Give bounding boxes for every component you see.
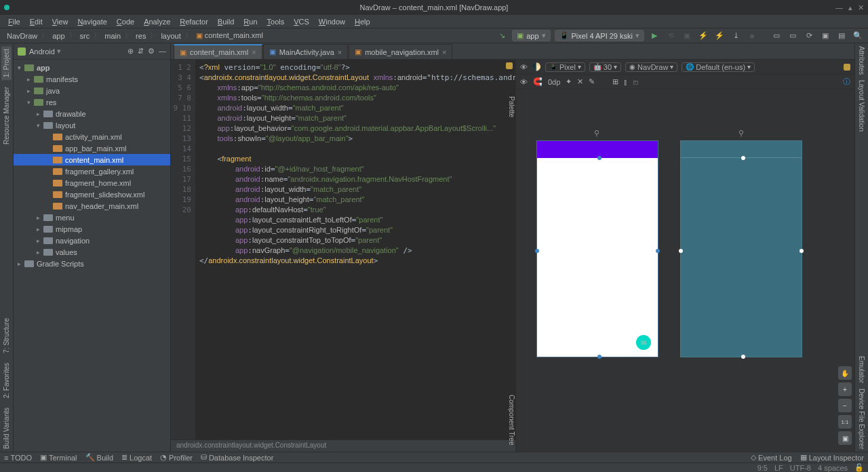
pencil-icon[interactable]: ✎	[589, 77, 595, 86]
zoom-reset-icon[interactable]: ▣	[838, 431, 852, 445]
tab-layout-inspector[interactable]: ▦ Layout Inspector	[800, 453, 864, 462]
zoom-out-icon[interactable]: −	[838, 399, 852, 412]
tree-node[interactable]: ▸menu	[14, 212, 170, 223]
menu-view[interactable]: View	[48, 16, 73, 27]
tab-event-log[interactable]: ◇ Event Log	[751, 453, 792, 462]
menu-analyze[interactable]: Analyze	[140, 16, 174, 27]
tree-node[interactable]: nav_header_main.xml	[14, 200, 170, 212]
menu-help[interactable]: Help	[351, 16, 374, 27]
design-warning-icon[interactable]	[844, 64, 850, 71]
tree-node[interactable]: ▸values	[14, 246, 170, 258]
tab-logcat[interactable]: ≣ Logcat	[121, 453, 152, 462]
align-icon[interactable]: ⊞	[612, 77, 618, 86]
menu-file[interactable]: File	[4, 16, 24, 27]
handle-right[interactable]	[656, 249, 660, 253]
theme-picker[interactable]: ◉ NavDraw ▾	[625, 62, 677, 72]
blueprint-preview[interactable]	[680, 140, 802, 357]
tree-node[interactable]: ▾app	[14, 62, 170, 73]
lock-icon[interactable]: 🔓	[854, 463, 864, 472]
tab-attributes[interactable]: Attributes	[856, 43, 867, 77]
eye-icon[interactable]: 👁	[520, 78, 528, 86]
handle-bottom[interactable]	[597, 355, 601, 359]
guideline-icon[interactable]: ⫿	[624, 78, 628, 86]
indent[interactable]: 4 spaces	[818, 464, 848, 472]
tab-database[interactable]: ⛁ Database Inspector	[201, 453, 273, 462]
editor-tab[interactable]: ▣content_main.xml ×	[174, 44, 262, 59]
code-content[interactable]: <?xml version="1.0" encoding="utf-8"?> <…	[195, 60, 515, 439]
attach-debugger-icon[interactable]: ⤓	[730, 30, 742, 42]
debug-icon[interactable]: ⟲	[665, 30, 677, 42]
maximize-icon[interactable]: ▴	[848, 3, 852, 12]
tab-build[interactable]: 🔨 Build	[85, 453, 113, 462]
default-margin[interactable]: 0dp	[548, 78, 560, 86]
breadcrumb-item[interactable]: layout	[158, 32, 183, 40]
avd-icon[interactable]: ▭	[770, 30, 783, 42]
tree-node[interactable]: content_main.xml	[14, 154, 170, 165]
tree-node[interactable]: ▸java	[14, 85, 170, 96]
tree-node[interactable]: ▾layout	[14, 119, 170, 131]
editor-tab[interactable]: ▣MainActivity.java ×	[263, 44, 349, 59]
tree-node[interactable]: app_bar_main.xml	[14, 142, 170, 154]
run-icon[interactable]: ▶	[648, 30, 660, 42]
design-preview[interactable]: ✉	[536, 140, 658, 357]
breadcrumb-item[interactable]: app	[50, 32, 67, 40]
handle-right[interactable]	[800, 249, 804, 253]
tab-favorites[interactable]: 2: Favorites	[1, 360, 12, 401]
breadcrumb-item[interactable]: NavDraw	[4, 32, 40, 40]
pan-icon[interactable]: ✋	[838, 366, 852, 380]
breadcrumb-item[interactable]: main	[102, 32, 123, 40]
code-editor[interactable]: 1 2 3 4 5 6 7 8 9 10 11 12 13 14 15 16 1…	[171, 60, 515, 439]
encoding[interactable]: UTF-8	[790, 464, 811, 472]
menu-navigate[interactable]: Navigate	[73, 16, 111, 27]
project-tree[interactable]: ▾app▸manifests▸java▾res▸drawable▾layouta…	[14, 60, 170, 452]
tree-node[interactable]: ▸navigation	[14, 235, 170, 246]
component-tree-tab[interactable]: Component Tree	[507, 391, 517, 450]
locale-picker[interactable]: 🌐 Default (en-us) ▾	[682, 62, 755, 72]
editor-tab[interactable]: ▣mobile_navigation.xml ×	[349, 44, 452, 59]
handle-left[interactable]	[679, 249, 683, 253]
minimize-icon[interactable]: —	[835, 3, 843, 12]
close-icon[interactable]: ✕	[858, 3, 864, 12]
tab-project[interactable]: 1: Project	[1, 46, 12, 80]
settings-icon[interactable]: ▣	[819, 30, 831, 42]
menu-tools[interactable]: Tools	[263, 16, 289, 27]
api-picker[interactable]: 🤖 30 ▾	[589, 62, 621, 72]
tab-layout-validation[interactable]: Layout Validation	[856, 77, 867, 134]
editor-breadcrumb[interactable]: androidx.constraintlayout.widget.Constra…	[171, 439, 515, 452]
info-icon[interactable]: ⓘ	[843, 77, 850, 87]
project-header[interactable]: Android▾ ⊕ ⇵ ⚙ —	[14, 43, 170, 60]
apply-code-icon[interactable]: ⚡	[713, 30, 726, 42]
zoom-fit-icon[interactable]: 1:1	[838, 415, 852, 429]
orientation-icon[interactable]: 🌓	[532, 62, 541, 71]
collapse-icon[interactable]: ⇵	[138, 47, 144, 56]
magnet-icon[interactable]: 🧲	[533, 77, 542, 86]
stop-icon[interactable]: ■	[746, 30, 758, 42]
sdk-icon[interactable]: ▭	[787, 30, 799, 42]
palette-tab[interactable]: Palette	[507, 92, 517, 121]
hide-icon[interactable]: —	[159, 47, 166, 56]
tree-node[interactable]: ▸manifests	[14, 73, 170, 85]
tree-node[interactable]: ▸drawable	[14, 108, 170, 119]
run-config-dropdown[interactable]: ▣app▾	[512, 30, 550, 41]
zoom-in-icon[interactable]: +	[838, 382, 852, 396]
tree-node[interactable]: fragment_slideshow.xml	[14, 189, 170, 200]
menu-run[interactable]: Run	[239, 16, 261, 27]
build-icon[interactable]: ↘	[496, 30, 508, 42]
tree-node[interactable]: fragment_gallery.xml	[14, 165, 170, 177]
tab-structure[interactable]: 7: Structure	[1, 315, 12, 356]
menu-code[interactable]: Code	[113, 16, 138, 27]
tab-terminal[interactable]: ▣ Terminal	[40, 453, 77, 462]
tree-node[interactable]: activity_main.xml	[14, 131, 170, 142]
menu-vcs[interactable]: VCS	[290, 16, 313, 27]
handle-top[interactable]	[597, 156, 601, 160]
handle-bottom[interactable]	[741, 355, 745, 359]
handle-left[interactable]	[535, 249, 539, 253]
design-canvas[interactable]: ⚲ ⚲ ✉	[516, 90, 854, 452]
tree-node[interactable]: fragment_home.xml	[14, 177, 170, 189]
tab-profiler[interactable]: ◔ Profiler	[160, 453, 193, 462]
tab-resource-manager[interactable]: Resource Manager	[1, 84, 12, 147]
locate-icon[interactable]: ⊕	[127, 47, 134, 56]
tab-todo[interactable]: ≡ TODO	[4, 454, 32, 462]
breadcrumb-item[interactable]: ▣content_main.xml	[193, 31, 266, 40]
handle-top[interactable]	[741, 156, 745, 160]
